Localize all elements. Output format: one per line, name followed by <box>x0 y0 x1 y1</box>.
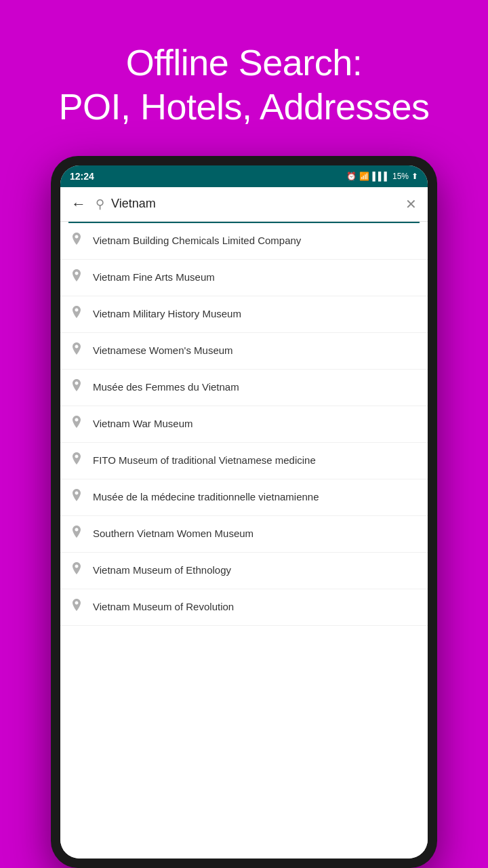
pin-icon <box>71 599 82 616</box>
list-item[interactable]: FITO Museum of traditional Vietnamese me… <box>60 443 428 479</box>
pin-icon <box>71 526 82 542</box>
result-label: Musée des Femmes du Vietnam <box>93 380 239 394</box>
status-icons: ⏰ 📶 ▌▌▌ 15% ⬆ <box>346 172 418 181</box>
result-label: Vietnam Museum of Ethnology <box>93 564 231 577</box>
hero-section: Offline Search:POI, Hotels, Addresses <box>31 0 456 156</box>
result-label: Southern Vietnam Women Museum <box>93 527 253 540</box>
list-item[interactable]: Vietnamese Women's Museum <box>60 333 428 370</box>
status-time: 12:24 <box>70 171 94 182</box>
result-label: Vietnamese Women's Museum <box>93 344 233 357</box>
search-bar: ← ⚲ Vietnam ✕ <box>60 187 428 222</box>
result-label: Vietnam War Museum <box>93 417 193 431</box>
phone-wrapper: 12:24 ⏰ 📶 ▌▌▌ 15% ⬆ ← ⚲ Vietnam ✕ Vietna… <box>51 156 437 868</box>
pin-icon <box>71 306 82 323</box>
result-label: FITO Museum of traditional Vietnamese me… <box>93 454 316 467</box>
pin-icon <box>71 562 82 579</box>
search-icon: ⚲ <box>96 197 104 212</box>
list-item[interactable]: Vietnam Military History Museum <box>60 296 428 333</box>
pin-icon <box>71 489 82 506</box>
list-item[interactable]: Vietnam Building Chemicals Limited Compa… <box>60 223 428 260</box>
list-item[interactable]: Vietnam Fine Arts Museum <box>60 260 428 296</box>
status-bar: 12:24 ⏰ 📶 ▌▌▌ 15% ⬆ <box>60 165 428 187</box>
result-label: Vietnam Fine Arts Museum <box>93 271 215 284</box>
pin-icon <box>71 269 82 286</box>
phone-screen: 12:24 ⏰ 📶 ▌▌▌ 15% ⬆ ← ⚲ Vietnam ✕ Vietna… <box>60 165 428 859</box>
pin-icon <box>71 379 82 396</box>
clear-button[interactable]: ✕ <box>403 193 420 215</box>
results-list: Vietnam Building Chemicals Limited Compa… <box>60 223 428 859</box>
back-button[interactable]: ← <box>68 193 89 216</box>
list-item[interactable]: Vietnam Museum of Ethnology <box>60 553 428 589</box>
sync-icon: ⬆ <box>411 172 418 181</box>
list-item[interactable]: Musée de la médecine traditionnelle viet… <box>60 479 428 516</box>
result-label: Vietnam Military History Museum <box>93 307 241 321</box>
list-item[interactable]: Musée des Femmes du Vietnam <box>60 370 428 406</box>
list-item[interactable]: Vietnam War Museum <box>60 406 428 443</box>
list-item[interactable]: Vietnam Museum of Revolution <box>60 589 428 626</box>
pin-icon <box>71 452 82 469</box>
hero-title: Offline Search:POI, Hotels, Addresses <box>58 42 429 127</box>
result-label: Musée de la médecine traditionnelle viet… <box>93 490 319 504</box>
result-label: Vietnam Building Chemicals Limited Compa… <box>93 234 301 248</box>
wifi-icon: 📶 <box>359 172 369 181</box>
signal-icon: ▌▌▌ <box>372 172 390 181</box>
search-query[interactable]: Vietnam <box>111 197 396 211</box>
pin-icon <box>71 416 82 433</box>
pin-icon <box>71 342 82 359</box>
list-item[interactable]: Southern Vietnam Women Museum <box>60 516 428 553</box>
pin-icon <box>71 233 82 250</box>
alarm-icon: ⏰ <box>346 172 357 181</box>
result-label: Vietnam Museum of Revolution <box>93 600 234 614</box>
battery-text: 15% <box>392 172 409 181</box>
